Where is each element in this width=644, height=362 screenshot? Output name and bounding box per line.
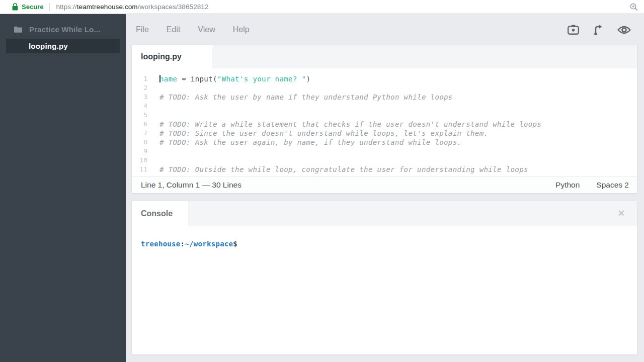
url-path: /workspaces/38652812 bbox=[138, 3, 209, 11]
lock-icon bbox=[12, 3, 18, 11]
code-text: # TODO: Ask the user by name if they und… bbox=[159, 93, 453, 102]
page-zoom-icon[interactable] bbox=[630, 3, 638, 11]
line-number: 7 bbox=[132, 129, 147, 138]
line-number: 4 bbox=[132, 102, 147, 111]
code-text: # TODO: Since the user doesn't understan… bbox=[159, 129, 488, 138]
indent-mode-status[interactable]: Spaces 2 bbox=[596, 180, 629, 190]
console-panel: Console ✕ treehouse:~/workspace$ bbox=[132, 201, 637, 354]
menu-view[interactable]: View bbox=[198, 25, 215, 34]
code-line[interactable]: 9 bbox=[132, 147, 637, 156]
url-domain: teamtreehouse.com bbox=[77, 3, 138, 11]
line-number: 10 bbox=[132, 156, 147, 165]
menu-file[interactable]: File bbox=[136, 25, 149, 34]
line-number: 5 bbox=[132, 111, 147, 120]
code-line[interactable]: 7# TODO: Since the user doesn't understa… bbox=[132, 129, 637, 138]
code-line[interactable]: 3# TODO: Ask the user by name if they un… bbox=[132, 93, 637, 102]
fork-icon[interactable] bbox=[594, 24, 603, 36]
code-line[interactable]: 11# TODO: Outside the while loop, congra… bbox=[132, 165, 637, 174]
console-tab[interactable]: Console bbox=[132, 201, 188, 226]
line-number: 8 bbox=[132, 138, 147, 147]
code-text: # TODO: Write a while statement that che… bbox=[159, 120, 541, 129]
sidebar-file-looping-py[interactable]: looping.py bbox=[6, 39, 120, 53]
prompt-path: ~/workspace bbox=[185, 240, 233, 248]
line-number: 2 bbox=[132, 83, 147, 93]
editor-status-bar: Line 1, Column 1 — 30 Lines Python Space… bbox=[132, 176, 637, 193]
code-line[interactable]: 4 bbox=[132, 102, 637, 111]
file-name-label: looping.py bbox=[29, 42, 68, 50]
menu-help[interactable]: Help bbox=[233, 25, 250, 34]
code-line[interactable]: 8# TODO: Ask the user again, by name, if… bbox=[132, 138, 637, 147]
code-text: # TODO: Ask the user again, by name, if … bbox=[159, 138, 461, 147]
code-text: name = input("What's your name? ") bbox=[159, 74, 310, 83]
code-editor[interactable]: 1name = input("What's your name? ")23# T… bbox=[132, 68, 637, 176]
code-line[interactable]: 5 bbox=[132, 111, 637, 120]
code-line[interactable]: 6# TODO: Write a while statement that ch… bbox=[132, 120, 637, 129]
secure-badge[interactable]: Secure bbox=[22, 3, 43, 11]
url-divider bbox=[49, 3, 50, 11]
line-number: 3 bbox=[132, 93, 147, 102]
line-number: 1 bbox=[132, 74, 147, 83]
camera-snapshot-icon[interactable] bbox=[568, 25, 579, 35]
prompt-user: treehouse bbox=[141, 240, 181, 248]
menu-edit[interactable]: Edit bbox=[167, 25, 181, 34]
prompt-dollar: $ bbox=[233, 240, 237, 248]
editor-panel: looping.py 1name = input("What's your na… bbox=[132, 45, 637, 193]
code-text: # TODO: Outside the while loop, congratu… bbox=[159, 165, 528, 174]
cursor-position-status: Line 1, Column 1 — 30 Lines bbox=[141, 180, 242, 190]
main-area: File Edit View Help bbox=[126, 14, 644, 362]
prompt-colon: : bbox=[181, 240, 185, 248]
workspace-app: Practice While Lo... looping.py File Edi… bbox=[0, 14, 644, 362]
line-number: 11 bbox=[132, 165, 147, 174]
console-tab-strip: Console ✕ bbox=[132, 201, 637, 226]
language-mode-status[interactable]: Python bbox=[555, 180, 580, 190]
project-name: Practice While Lo... bbox=[29, 25, 101, 34]
line-number: 6 bbox=[132, 120, 147, 129]
line-number: 9 bbox=[132, 147, 147, 156]
url-text[interactable]: https://teamtreehouse.com/workspaces/386… bbox=[56, 3, 208, 11]
eye-preview-icon[interactable] bbox=[617, 26, 631, 34]
file-sidebar: Practice While Lo... looping.py bbox=[0, 14, 126, 362]
project-folder-row[interactable]: Practice While Lo... bbox=[14, 25, 126, 34]
folder-icon bbox=[14, 26, 22, 33]
close-console-icon[interactable]: ✕ bbox=[618, 209, 625, 218]
code-line[interactable]: 10 bbox=[132, 156, 637, 165]
toolbar bbox=[568, 24, 631, 36]
menu-bar: File Edit View Help bbox=[126, 14, 644, 45]
code-line[interactable]: 2 bbox=[132, 83, 637, 93]
url-scheme: https:// bbox=[56, 3, 76, 11]
browser-address-bar[interactable]: Secure https://teamtreehouse.com/workspa… bbox=[0, 0, 644, 14]
terminal[interactable]: treehouse:~/workspace$ bbox=[132, 226, 637, 261]
editor-tab-strip: looping.py bbox=[132, 45, 637, 68]
editor-tab-looping-py[interactable]: looping.py bbox=[132, 45, 212, 68]
code-line[interactable]: 1name = input("What's your name? ") bbox=[132, 74, 637, 83]
